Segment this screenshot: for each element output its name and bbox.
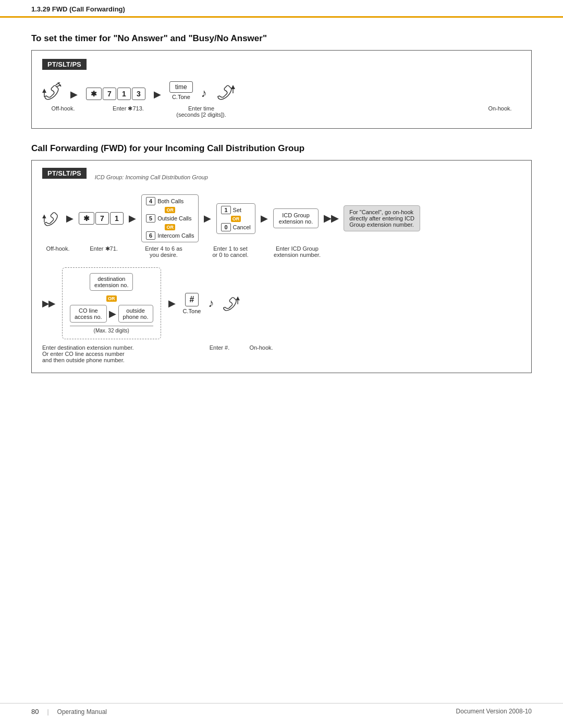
choice-box-4to6: 4 Both Calls OR 5 Outside Calls OR 6 Int… <box>141 194 199 242</box>
label2-enter1or0: Enter 1 to setor 0 to cancel. <box>202 245 259 258</box>
label-enter713: Enter ✱713. <box>94 105 162 112</box>
dest-ext-box: destinationextension no. <box>90 273 133 291</box>
arrow-co: ▶ <box>109 308 116 319</box>
onhook-icon-2 <box>221 294 240 311</box>
svg-marker-5 <box>231 85 235 89</box>
or-2: OR <box>146 224 194 230</box>
label2-enter71: Enter ✱71. <box>83 245 125 252</box>
choice-6-label: Intercom Calls <box>157 232 194 239</box>
label2-enter-hash: Enter #. <box>199 344 240 351</box>
choice-set-label: Set <box>233 207 242 213</box>
hash-key: # <box>185 293 199 306</box>
choice-box-set-cancel: 1 Set OR 0 Cancel <box>216 203 255 234</box>
label2-offhook: Off-hook. <box>42 245 74 252</box>
pt-badge-1: PT/SLT/PS <box>42 59 87 70</box>
choice-5: 5 Outside Calls <box>146 214 194 223</box>
arrow-1: ▶ <box>70 89 78 100</box>
offhook-icon-1 <box>42 82 62 100</box>
key-star: ✱ <box>86 88 102 100</box>
or-4: OR <box>106 294 117 302</box>
label-onhook-1: On-hook. <box>479 105 521 112</box>
page-number: 80 <box>31 708 39 715</box>
or-3: OR <box>221 215 250 222</box>
ring-icon: ♪ <box>201 87 207 100</box>
key-1-set: 1 <box>221 206 230 214</box>
onhook-col-2 <box>221 294 240 313</box>
key-group-713: ✱ 7 1 3 <box>86 88 145 100</box>
section2-heading: Call Forwarding (FWD) for your Incoming … <box>31 143 532 154</box>
co-line-box: CO lineaccess no. <box>70 305 107 323</box>
page-footer: 80 | Operating Manual Document Version 2… <box>0 703 563 715</box>
icd-note: ICD Group: Incoming Call Distribution Gr… <box>95 174 208 180</box>
section-header-text: 1.3.29 FWD (Call Forwarding) <box>31 5 125 13</box>
time-col: time C.Tone <box>169 81 193 100</box>
cancel-note: For "Cancel", go on-hookdirectly after e… <box>344 205 420 231</box>
ctone-label-1: C.Tone <box>172 94 190 100</box>
key-7: 7 <box>103 88 116 100</box>
label-offhook-1: Off-hook. <box>42 105 84 112</box>
key-star-2: ✱ <box>79 212 94 225</box>
key-5: 5 <box>146 214 155 223</box>
arrow-4: ▶ <box>129 213 136 224</box>
offhook-icon-2 <box>42 209 61 226</box>
label2-enter4to6: Enter 4 to 6 asyou desire. <box>130 245 198 258</box>
key-1-2: 1 <box>110 212 124 225</box>
label2-dest: Enter destination extension number. Or e… <box>42 344 199 363</box>
choice-4: 4 Both Calls <box>146 197 194 205</box>
arrow-2: ▶ <box>154 89 161 100</box>
arrow-7: ▶ <box>168 298 176 309</box>
label-enter-time: Enter time(seconds [2 digits]). <box>167 105 235 118</box>
choice-5-label: Outside Calls <box>157 215 191 221</box>
key-3: 3 <box>132 88 145 100</box>
svg-marker-7 <box>42 214 46 218</box>
outside-phone-box: outsidephone no. <box>118 305 153 323</box>
offhook-col-1 <box>42 82 62 100</box>
svg-marker-3 <box>42 89 46 93</box>
max-digits-label: (Max. 32 digits) <box>70 326 153 334</box>
hash-ctone-col: # C.Tone <box>183 293 201 314</box>
onhook-icon-1 <box>215 82 235 100</box>
diagram-box-2: PT/SLT/PS ICD Group: Incoming Call Distr… <box>31 160 532 373</box>
arrow-3: ▶ <box>66 213 74 224</box>
key-group-71: ✱ 7 1 <box>79 212 124 225</box>
section1-heading: To set the timer for "No Answer" and "Bu… <box>31 33 532 44</box>
dest-outer-box: destinationextension no. OR CO lineacces… <box>62 267 161 339</box>
label2-onhook: On-hook. <box>240 344 282 351</box>
choice-4-label: Both Calls <box>157 198 183 204</box>
offhook-col-2 <box>42 209 61 228</box>
arrow-6: ▶ <box>261 213 268 224</box>
onhook-col-1 <box>215 82 235 100</box>
choice-set: 1 Set <box>221 206 250 214</box>
choice-6: 6 Intercom Calls <box>146 231 194 240</box>
ctone-label-2: C.Tone <box>183 308 201 314</box>
key-1: 1 <box>117 88 131 100</box>
double-arrow-2: ▶▶ <box>42 299 55 309</box>
time-box: time <box>169 81 193 93</box>
bell-icon-2: ♪ <box>208 297 214 310</box>
key-6: 6 <box>146 231 155 240</box>
or-1: OR <box>146 206 194 213</box>
choice-cancel-label: Cancel <box>233 224 251 230</box>
footer-right-label: Document Version 2008-10 <box>456 708 532 715</box>
svg-marker-9 <box>236 296 240 300</box>
co-line-group: CO lineaccess no. ▶ outsidephone no. <box>70 305 153 323</box>
arrow-5: ▶ <box>204 213 211 224</box>
key-7-2: 7 <box>95 212 109 225</box>
diagram-box-1: PT/SLT/PS ▶ ✱ 7 1 <box>31 50 532 129</box>
double-arrow-1: ▶▶ <box>324 213 338 224</box>
key-4: 4 <box>146 197 155 205</box>
footer-left-label: Operating Manual <box>57 708 107 715</box>
key-0-cancel: 0 <box>221 223 230 231</box>
pt-badge-2: PT/SLT/PS <box>42 168 87 179</box>
choice-cancel: 0 Cancel <box>221 223 250 231</box>
icd-group-box: ICD Groupextension no. <box>273 208 319 228</box>
label2-enter-icd: Enter ICD Groupextension number. <box>263 245 331 258</box>
